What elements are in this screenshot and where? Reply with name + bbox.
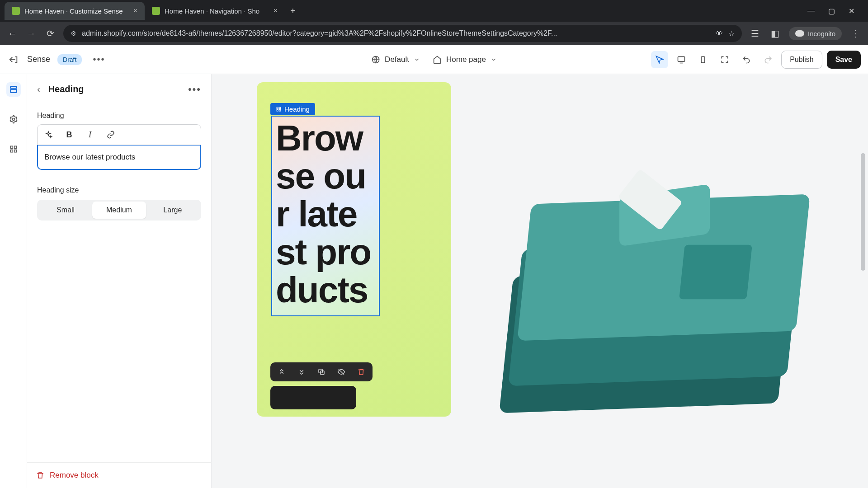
svg-rect-3 [10, 86, 16, 88]
duplicate-icon[interactable] [316, 367, 326, 377]
left-rail [0, 74, 27, 488]
reader-icon[interactable]: ☰ [749, 28, 761, 39]
desktop-view-button[interactable] [673, 51, 690, 68]
preview-canvas[interactable]: Heading Browse our latest products [212, 74, 868, 488]
more-actions-button[interactable]: ••• [89, 52, 108, 66]
mobile-view-button[interactable] [694, 51, 712, 68]
svg-rect-8 [10, 150, 13, 152]
tab-bar: Home Haven · Customize Sense × Home Have… [0, 0, 868, 22]
preview-section-card[interactable]: Heading Browse our latest products [257, 82, 451, 417]
apps-tab-icon[interactable] [6, 142, 21, 156]
preview-product-image [465, 87, 808, 403]
redo-button[interactable] [760, 51, 777, 68]
bold-button[interactable]: B [64, 129, 75, 140]
url-field[interactable]: ⚙ admin.shopify.com/store/de8143-a6/them… [63, 25, 742, 42]
chevron-down-icon [414, 56, 420, 63]
scrollbar-thumb[interactable] [861, 153, 865, 271]
remove-block-label: Remove block [50, 471, 99, 480]
exit-editor-button[interactable] [7, 53, 20, 66]
fullscreen-view-button[interactable] [716, 51, 733, 68]
editor-topbar: Sense Draft ••• Default Home page [0, 45, 868, 74]
size-large-button[interactable]: Large [146, 202, 199, 219]
svg-rect-6 [10, 146, 13, 148]
svg-rect-7 [14, 146, 16, 148]
favicon-icon [12, 7, 20, 15]
tab-close-icon[interactable]: × [133, 7, 137, 15]
panel-more-button[interactable]: ••• [188, 84, 201, 95]
rich-text-toolbar: B I [37, 124, 201, 145]
trash-icon [36, 471, 44, 479]
window-controls: — ▢ ✕ [807, 7, 863, 15]
new-tab-button[interactable]: + [290, 6, 296, 16]
site-info-icon[interactable]: ⚙ [71, 30, 76, 37]
save-button[interactable]: Save [827, 51, 861, 69]
preview-button-shadow [270, 386, 356, 409]
svg-rect-4 [10, 89, 16, 93]
url-text: admin.shopify.com/store/de8143-a6/themes… [82, 29, 710, 38]
forward-button[interactable]: → [25, 28, 37, 39]
selection-tag-label: Heading [284, 105, 310, 113]
page-selector[interactable]: Home page [433, 55, 497, 64]
address-bar: ← → ⟳ ⚙ admin.shopify.com/store/de8143-a… [0, 22, 868, 45]
panel-title: Heading [48, 84, 84, 94]
browser-chrome: Home Haven · Customize Sense × Home Have… [0, 0, 868, 45]
svg-rect-9 [14, 150, 16, 152]
selection-tag: Heading [270, 103, 315, 115]
star-icon[interactable]: ☆ [728, 29, 735, 38]
size-small-button[interactable]: Small [39, 202, 92, 219]
move-up-icon[interactable] [277, 367, 287, 377]
template-selector-label: Default [385, 55, 409, 64]
publish-button[interactable]: Publish [781, 51, 822, 69]
tab-title: Home Haven · Navigation · Sho [165, 7, 269, 15]
theme-name: Sense [27, 55, 50, 64]
eye-off-icon[interactable]: 👁 [716, 29, 723, 38]
theme-editor-app: Sense Draft ••• Default Home page [0, 45, 868, 488]
block-action-toolbar [270, 362, 373, 381]
template-selector[interactable]: Default [371, 55, 420, 64]
incognito-label: Incognito [808, 30, 835, 38]
browser-tab-active[interactable]: Home Haven · Customize Sense × [5, 2, 145, 20]
heading-field-label: Heading [37, 112, 201, 120]
size-medium-button[interactable]: Medium [92, 202, 146, 219]
settings-panel: ‹ Heading ••• Heading B I Heading siz [27, 74, 212, 488]
back-button[interactable]: ← [6, 28, 18, 39]
italic-button[interactable]: I [85, 129, 95, 140]
link-button[interactable] [105, 129, 116, 140]
reload-button[interactable]: ⟳ [44, 28, 56, 39]
sidepanel-icon[interactable]: ◧ [769, 28, 781, 39]
tab-title: Home Haven · Customize Sense [24, 7, 129, 15]
close-window-icon[interactable]: ✕ [849, 7, 854, 15]
svg-rect-1 [678, 56, 685, 61]
heading-size-label: Heading size [37, 186, 201, 194]
incognito-badge[interactable]: Incognito [789, 27, 842, 40]
status-badge: Draft [57, 54, 82, 65]
move-down-icon[interactable] [297, 367, 307, 377]
incognito-icon [795, 30, 804, 37]
maximize-icon[interactable]: ▢ [828, 7, 835, 15]
theme-settings-tab-icon[interactable] [6, 112, 21, 127]
tab-close-icon[interactable]: × [274, 7, 278, 15]
minimize-icon[interactable]: — [807, 7, 815, 15]
page-selector-label: Home page [446, 55, 486, 64]
panel-back-button[interactable]: ‹ [33, 82, 44, 96]
canvas-scrollbar[interactable] [860, 74, 866, 488]
heading-input[interactable] [37, 145, 201, 170]
inspector-mode-button[interactable] [651, 51, 668, 68]
preview-heading-selection[interactable]: Browse our latest products [271, 116, 380, 316]
editor-main: ‹ Heading ••• Heading B I Heading siz [0, 74, 868, 488]
hide-icon[interactable] [336, 367, 346, 377]
heading-size-segment: Small Medium Large [37, 200, 201, 221]
kebab-menu-icon[interactable]: ⋮ [850, 28, 862, 39]
preview-heading-text: Browse our latest products [276, 119, 375, 309]
ai-sparkle-icon[interactable] [43, 129, 54, 140]
sections-tab-icon[interactable] [6, 82, 21, 97]
remove-block-button[interactable]: Remove block [27, 462, 211, 488]
delete-icon[interactable] [356, 367, 366, 377]
svg-rect-2 [701, 56, 705, 63]
chevron-down-icon [491, 56, 497, 63]
svg-point-5 [12, 118, 14, 121]
browser-tab[interactable]: Home Haven · Navigation · Sho × [145, 2, 285, 20]
undo-button[interactable] [738, 51, 755, 68]
favicon-icon [152, 7, 160, 15]
